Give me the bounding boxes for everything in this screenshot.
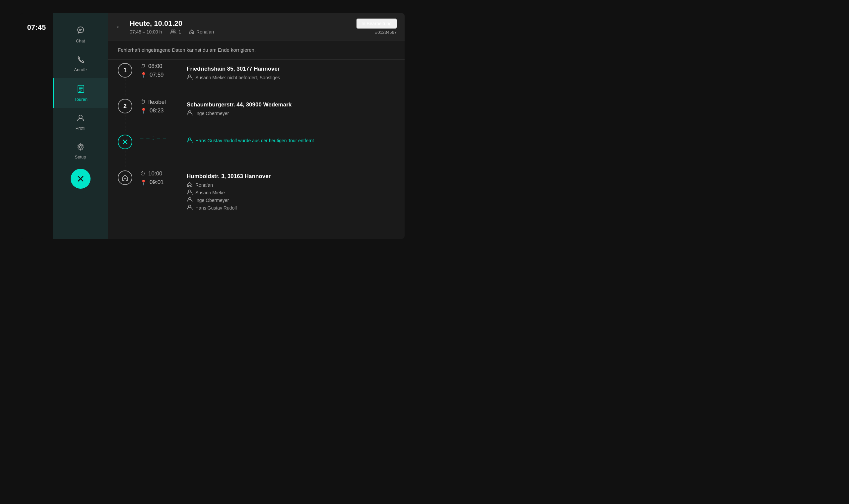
svg-point-8 (79, 146, 82, 148)
home-header-icon (189, 29, 194, 35)
clock-icon-home: ⏱ (140, 171, 146, 177)
sidebar-item-touren[interactable]: Touren (53, 78, 108, 108)
header: ← Heute, 10.01.20 07:45 – 10:00 h 1 (108, 13, 404, 40)
sidebar-label-touren: Touren (74, 97, 88, 102)
stop-address-2: Schaumburgerstr. 44, 30900 Wedemark (187, 102, 395, 108)
svg-point-12 (171, 30, 173, 32)
stop-circle-2: 2 (118, 99, 132, 113)
stop-details-2: Schaumburgerstr. 44, 30900 Wedemark Inge… (187, 99, 395, 123)
stop-times-1: ⏱ 08:00 📍 07:59 (140, 63, 177, 78)
stop-person-home-0: Renafan (187, 182, 395, 188)
stop-person-x-0[interactable]: Hans Gustav Rudolf wurde aus der heutige… (187, 137, 395, 144)
chat-icon (76, 26, 85, 36)
stop-details-1: Friedrichshain 85, 30177 Hannover Susann… (187, 63, 395, 87)
stop-person-home-1: Susann Mieke (187, 189, 395, 196)
setup-icon (76, 143, 85, 152)
time-bar: 07:45 (20, 13, 53, 239)
home-org-group: Renafan (189, 29, 214, 35)
stop-details-home: Humboldstr. 3, 30163 Hannover Renafan (187, 170, 395, 217)
stop-person-home-2: Inge Obermeyer (187, 197, 395, 203)
actual-time-2: 📍 08:23 (140, 107, 177, 114)
table-row: 1 ⏱ 08:00 📍 07:59 Friedrichshain 85, 301… (118, 63, 395, 95)
stop-times-2: ⏱ flexibel 📍 08:23 (140, 99, 177, 114)
order-id: #01234567 (375, 30, 397, 35)
info-message: Fehlerhaft eingetragene Daten kannst du … (108, 40, 404, 60)
home-org: Renafan (196, 29, 214, 35)
dashed-line-2 (125, 115, 125, 131)
passenger-count: 1 (178, 29, 181, 35)
person-icon-1-0 (187, 74, 193, 81)
actual-time-home: 📍 09:01 (140, 179, 177, 186)
svg-point-13 (173, 30, 175, 32)
back-button[interactable]: ← (116, 22, 123, 31)
stop-indicator-x (118, 134, 132, 167)
dashed-line-x (125, 150, 125, 167)
svg-rect-3 (78, 85, 84, 92)
screen: 07:45 Chat Anrufe (20, 13, 404, 239)
stop-indicator-1: 1 (118, 63, 132, 95)
svg-point-7 (79, 115, 82, 119)
main-content: ← Heute, 10.01.20 07:45 – 10:00 h 1 (108, 13, 404, 239)
scheduled-time-home: ⏱ 10:00 (140, 170, 177, 177)
profil-icon (76, 114, 85, 124)
stop-circle-home (118, 170, 132, 185)
stop-person-2-0: Inge Obermeyer (187, 110, 395, 117)
stop-circle-x (118, 134, 132, 149)
passenger-count-group: 1 (170, 29, 181, 35)
person-icon-2-0 (187, 110, 193, 117)
tour-list: 1 ⏱ 08:00 📍 07:59 Friedrichshain 85, 301… (108, 60, 404, 239)
sidebar: Chat Anrufe Touren (53, 13, 108, 239)
cancelled-time-display: – – : – – (140, 134, 177, 141)
clock-icon-1: ⏱ (140, 63, 146, 69)
table-row: ⏱ 10:00 📍 09:01 Humboldstr. 3, 30163 Han… (118, 170, 395, 217)
passengers-icon (170, 29, 177, 35)
stop-details-x: Hans Gustav Rudolf wurde aus der heutige… (187, 134, 395, 150)
person-icon-home-1 (187, 189, 193, 196)
stop-person-1-0: Susann Mieke: nicht befördert, Sonstiges (187, 74, 395, 81)
stop-address-1: Friedrichshain 85, 30177 Hannover (187, 66, 395, 72)
time-range: 07:45 – 10:00 h (130, 29, 162, 35)
actual-time-1: 📍 07:59 (140, 72, 177, 78)
home-person-icon-0 (187, 182, 193, 188)
stop-circle-1: 1 (118, 63, 132, 77)
sidebar-item-chat[interactable]: Chat (53, 20, 108, 49)
pin-icon-home: 📍 (140, 179, 147, 186)
pin-icon-2: 📍 (140, 108, 147, 114)
stop-indicator-home (118, 170, 132, 185)
header-title-group: Heute, 10.01.20 07:45 – 10:00 h 1 (130, 19, 351, 35)
scheduled-time-2: ⏱ flexibel (140, 99, 177, 105)
header-right: In Bearbeitung #01234567 (357, 19, 397, 35)
table-row: – – : – – Hans Gustav Rudolf wurde aus d… (118, 134, 395, 167)
sidebar-label-chat: Chat (76, 38, 85, 43)
stop-times-x: – – : – – (140, 134, 177, 141)
stop-times-home: ⏱ 10:00 📍 09:01 (140, 170, 177, 186)
touren-icon (76, 84, 86, 95)
status-badge[interactable]: In Bearbeitung (357, 19, 397, 29)
scheduled-time-1: ⏱ 08:00 (140, 63, 177, 70)
person-icon-home-2 (187, 197, 193, 203)
sidebar-item-setup[interactable]: Setup (53, 137, 108, 165)
stop-address-home: Humboldstr. 3, 30163 Hannover (187, 173, 395, 180)
sidebar-item-profil[interactable]: Profil (53, 108, 108, 137)
stop-person-home-3: Hans Gustav Rudolf (187, 204, 395, 211)
sidebar-item-anrufe[interactable]: Anrufe (53, 49, 108, 78)
header-subtitle: 07:45 – 10:00 h 1 (130, 29, 351, 35)
page-title: Heute, 10.01.20 (130, 19, 351, 28)
time-display: 07:45 (27, 23, 46, 32)
cancel-button[interactable] (71, 169, 91, 189)
person-icon-x-0 (187, 137, 193, 144)
sidebar-label-anrufe: Anrufe (74, 67, 87, 72)
person-icon-home-3 (187, 204, 193, 211)
dashed-line-1 (125, 79, 125, 95)
clock-icon-2: ⏱ (140, 99, 146, 105)
sidebar-label-profil: Profil (76, 126, 86, 131)
sidebar-label-setup: Setup (75, 155, 86, 160)
stop-indicator-2: 2 (118, 99, 132, 131)
phone-icon (76, 55, 85, 65)
pin-icon-1: 📍 (140, 72, 147, 78)
table-row: 2 ⏱ flexibel 📍 08:23 Schaumburgerstr. 44… (118, 99, 395, 131)
